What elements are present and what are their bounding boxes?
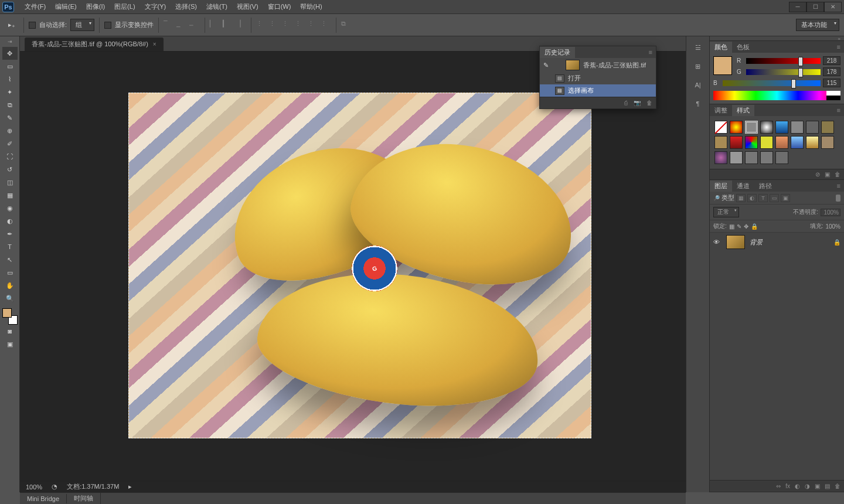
eraser-tool[interactable]: ◫ [2, 176, 18, 189]
dist-2-icon[interactable]: ⋮ [269, 20, 280, 30]
style-swatch[interactable] [760, 121, 773, 134]
style-swatch[interactable] [775, 136, 788, 149]
opacity-field[interactable]: 100% [821, 209, 840, 216]
menu-file[interactable]: 文件(F) [20, 1, 50, 12]
style-swatch[interactable] [806, 121, 819, 134]
menu-window[interactable]: 窗口(W) [263, 1, 296, 12]
move-tool[interactable]: ✥ [2, 47, 18, 60]
auto-select-checkbox[interactable] [29, 22, 36, 29]
layer-filter-type-dropdown[interactable]: 类型 [722, 193, 734, 202]
dist-1-icon[interactable]: ⋮ [256, 20, 267, 30]
style-swatch[interactable] [775, 121, 788, 134]
b-value-field[interactable]: 115 [823, 79, 840, 87]
layer-mask-icon[interactable]: ◐ [795, 483, 800, 489]
align-hcenter-icon[interactable]: ▎ [223, 20, 233, 30]
gradient-tool[interactable]: ▦ [2, 189, 18, 202]
history-step[interactable]: ▤ 打开 [540, 72, 656, 84]
type-tool[interactable]: T [2, 240, 18, 253]
align-vcenter-icon[interactable]: ⎯ [176, 20, 187, 30]
history-doc-icon[interactable]: ⎙ [624, 100, 628, 106]
menu-image[interactable]: 图像(I) [81, 1, 110, 12]
eyedropper-tool[interactable]: ✎ [2, 111, 18, 124]
history-panel[interactable]: 历史记录 ≡ ✎ 香蕉-成品-三张贴图.tif ▤ 打开 ▤ 选择画布 ⎙ 📷 … [539, 46, 656, 109]
blur-tool[interactable]: ◉ [2, 202, 18, 214]
styles-tab[interactable]: 样式 [732, 105, 754, 116]
dist-3-icon[interactable]: ⋮ [282, 20, 292, 30]
style-swatch[interactable] [791, 136, 804, 149]
g-slider[interactable] [746, 69, 821, 75]
workspace-selector[interactable]: 基本功能 [796, 19, 839, 31]
style-swatch[interactable] [821, 136, 834, 149]
menu-view[interactable]: 视图(V) [232, 1, 263, 12]
history-trash-icon[interactable]: 🗑 [646, 100, 652, 106]
filter-adjust-icon[interactable]: ◐ [747, 194, 757, 202]
b-slider[interactable] [723, 80, 821, 86]
menu-edit[interactable]: 编辑(E) [50, 1, 81, 12]
r-slider[interactable] [746, 58, 821, 64]
foreground-color-swatch[interactable] [2, 308, 12, 318]
maximize-button[interactable]: ☐ [806, 2, 824, 12]
channels-tab[interactable]: 通道 [732, 181, 754, 192]
styles-trash-icon[interactable]: 🗑 [835, 171, 840, 178]
align-left-icon[interactable]: ▏ [210, 20, 220, 30]
move-tool-icon[interactable]: ▸₊ [5, 19, 19, 32]
styles-unused-icon[interactable]: ⊘ [815, 171, 820, 178]
canvas-viewport[interactable]: G [20, 52, 686, 481]
r-value-field[interactable]: 218 [823, 56, 840, 65]
screen-mode-tool[interactable]: ▣ [2, 338, 18, 350]
status-icon[interactable]: ◔ [52, 483, 57, 491]
filter-type-icon[interactable]: T [758, 194, 768, 202]
style-swatch[interactable] [730, 121, 743, 134]
close-button[interactable]: ✕ [824, 2, 842, 12]
path-select-tool[interactable]: ↖ [2, 253, 18, 266]
fill-field[interactable]: 100% [825, 223, 840, 230]
clone-stamp-tool[interactable]: ⛶ [2, 150, 18, 163]
lock-transparent-icon[interactable]: ▦ [729, 223, 734, 230]
lock-all-icon[interactable]: 🔒 [751, 223, 758, 230]
style-swatch[interactable] [821, 121, 834, 134]
layer-thumbnail[interactable] [726, 235, 745, 249]
foreground-background-colors[interactable] [2, 308, 18, 325]
color-tab[interactable]: 颜色 [710, 42, 732, 53]
history-snapshot[interactable]: ✎ 香蕉-成品-三张贴图.tif [540, 58, 656, 72]
style-swatch[interactable] [714, 136, 727, 149]
style-swatch[interactable] [745, 136, 758, 149]
auto-select-dropdown[interactable]: 组 [70, 19, 94, 31]
crop-tool[interactable]: ⧉ [2, 98, 18, 111]
dist-5-icon[interactable]: ⋮ [308, 20, 318, 30]
lasso-tool[interactable]: ⌇ [2, 73, 18, 86]
character-panel-icon[interactable]: A| [692, 79, 705, 91]
pen-tool[interactable]: ✒ [2, 227, 18, 240]
delete-layer-icon[interactable]: 🗑 [835, 483, 840, 489]
layers-panel-menu-icon[interactable]: ≡ [833, 182, 844, 189]
brush-tool[interactable]: ✐ [2, 137, 18, 150]
new-layer-icon[interactable]: ▤ [825, 483, 830, 489]
style-swatch[interactable] [760, 151, 773, 164]
color-spectrum[interactable] [713, 91, 840, 100]
filter-smart-icon[interactable]: ▣ [781, 194, 790, 202]
lock-position-icon[interactable]: ✥ [744, 223, 748, 230]
healing-brush-tool[interactable]: ⊕ [2, 124, 18, 137]
layer-visibility-icon[interactable]: 👁 [713, 239, 722, 246]
style-swatch[interactable] [714, 151, 727, 164]
adjustments-tab[interactable]: 调整 [710, 105, 732, 116]
style-swatch[interactable] [806, 136, 819, 149]
canvas[interactable]: G [128, 93, 591, 438]
paragraph-panel-icon[interactable]: ¶ [692, 97, 705, 110]
filter-shape-icon[interactable]: ▭ [770, 194, 779, 202]
layer-group-icon[interactable]: ▣ [815, 483, 820, 489]
layer-name[interactable]: 背景 [750, 238, 829, 247]
dodge-tool[interactable]: ◐ [2, 214, 18, 227]
menu-text[interactable]: 文字(Y) [140, 1, 171, 12]
toolbox-collapse-icon[interactable]: ⇥ [3, 39, 17, 45]
filter-pixel-icon[interactable]: ▦ [736, 194, 746, 202]
history-tab[interactable]: 历史记录 [540, 47, 575, 58]
color-panel-menu-icon[interactable]: ≡ [833, 43, 844, 50]
g-value-field[interactable]: 178 [823, 67, 840, 76]
lock-pixels-icon[interactable]: ✎ [737, 223, 741, 230]
status-arrow-icon[interactable]: ▸ [128, 483, 680, 491]
history-snapshot-icon[interactable]: 📷 [634, 100, 641, 106]
magic-wand-tool[interactable]: ✦ [2, 86, 18, 98]
menu-help[interactable]: 帮助(H) [295, 1, 326, 12]
link-layers-icon[interactable]: ⇔ [776, 483, 781, 489]
